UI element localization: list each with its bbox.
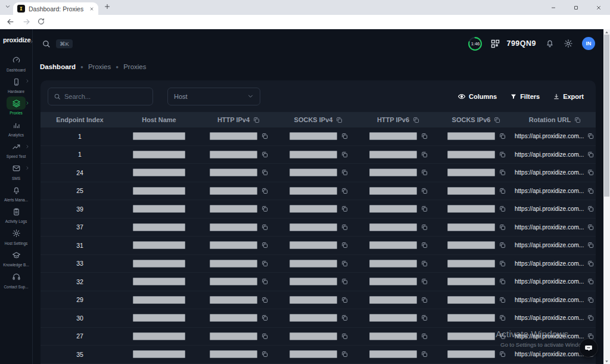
copy-icon[interactable] — [499, 132, 506, 140]
copy-column-icon[interactable] — [412, 116, 420, 124]
copy-icon[interactable] — [341, 151, 348, 158]
sidebar-item-hardware[interactable]: Hardware — [0, 73, 32, 95]
copy-icon[interactable] — [499, 332, 506, 340]
copy-icon[interactable] — [499, 350, 506, 358]
notifications-bell-icon[interactable] — [545, 39, 555, 48]
refresh-icon[interactable] — [37, 17, 45, 26]
window-maximize-button[interactable] — [565, 0, 587, 15]
copy-icon[interactable] — [341, 332, 348, 340]
copy-icon[interactable] — [587, 260, 595, 267]
copy-icon[interactable] — [587, 278, 595, 285]
qr-code-icon[interactable] — [490, 39, 500, 49]
breadcrumb-dashboard[interactable]: Dashboard — [40, 63, 76, 70]
copy-icon[interactable] — [261, 260, 269, 267]
browser-tab[interactable]: Dashboard: Proxies — [13, 2, 98, 15]
table-search-field[interactable] — [48, 88, 153, 105]
sidebar-item-alerts-mana[interactable]: Alerts Mana... — [0, 182, 32, 203]
copy-icon[interactable] — [587, 205, 595, 213]
copy-icon[interactable] — [261, 187, 269, 195]
copy-column-icon[interactable] — [335, 116, 343, 124]
copy-icon[interactable] — [421, 332, 428, 340]
filters-button[interactable]: Filters — [510, 92, 540, 101]
breadcrumb-proxies-2[interactable]: Proxies — [123, 63, 146, 70]
global-search-icon[interactable] — [42, 39, 51, 48]
copy-icon[interactable] — [587, 151, 595, 158]
sidebar-item-knowledge-b[interactable]: Knowledge B... — [0, 247, 32, 269]
copy-icon[interactable] — [421, 296, 428, 304]
tab-search-chevron-icon[interactable] — [5, 4, 11, 10]
copy-icon[interactable] — [421, 132, 428, 140]
copy-icon[interactable] — [421, 260, 428, 267]
copy-icon[interactable] — [499, 260, 506, 267]
copy-icon[interactable] — [499, 151, 506, 158]
copy-icon[interactable] — [499, 169, 506, 176]
copy-icon[interactable] — [587, 187, 595, 195]
search-input[interactable] — [64, 93, 147, 100]
copy-icon[interactable] — [261, 205, 269, 213]
scrollbar-thumb[interactable] — [604, 35, 609, 197]
copy-icon[interactable] — [261, 278, 269, 285]
copy-icon[interactable] — [341, 350, 348, 358]
copy-column-icon[interactable] — [253, 116, 260, 124]
copy-icon[interactable] — [499, 241, 506, 249]
copy-icon[interactable] — [341, 296, 348, 304]
back-icon[interactable] — [6, 17, 15, 26]
copy-icon[interactable] — [341, 241, 348, 249]
copy-icon[interactable] — [261, 296, 269, 304]
copy-icon[interactable] — [499, 223, 506, 231]
copy-icon[interactable] — [261, 169, 269, 176]
copy-icon[interactable] — [587, 132, 595, 140]
settings-gear-icon[interactable] — [564, 39, 573, 48]
search-shortcut-badge[interactable]: ⌘K — [56, 39, 73, 48]
copy-icon[interactable] — [261, 151, 269, 158]
copy-icon[interactable] — [341, 314, 348, 322]
export-button[interactable]: Export — [553, 92, 584, 101]
window-close-button[interactable] — [587, 0, 610, 15]
copy-icon[interactable] — [499, 296, 506, 304]
copy-icon[interactable] — [421, 223, 428, 231]
copy-icon[interactable] — [499, 314, 506, 322]
copy-icon[interactable] — [587, 169, 595, 176]
copy-icon[interactable] — [587, 314, 595, 322]
copy-icon[interactable] — [499, 205, 506, 213]
copy-icon[interactable] — [261, 350, 269, 358]
copy-icon[interactable] — [421, 278, 428, 285]
copy-icon[interactable] — [499, 278, 506, 285]
copy-column-icon[interactable] — [574, 116, 581, 124]
copy-icon[interactable] — [499, 187, 506, 195]
tab-close-icon[interactable] — [89, 7, 94, 11]
copy-icon[interactable] — [587, 296, 595, 304]
sidebar-item-activity-logs[interactable]: Activity Logs — [0, 204, 32, 225]
copy-icon[interactable] — [341, 260, 348, 267]
copy-icon[interactable] — [341, 132, 348, 140]
sidebar-item-analytics[interactable]: Analytics — [0, 117, 32, 138]
copy-icon[interactable] — [421, 314, 428, 322]
scrollbar-down-arrow[interactable] — [603, 358, 610, 364]
copy-icon[interactable] — [341, 187, 348, 195]
user-avatar[interactable]: IN — [582, 37, 595, 50]
copy-icon[interactable] — [341, 205, 348, 213]
copy-icon[interactable] — [587, 241, 595, 249]
sidebar-item-sms[interactable]: SMS — [0, 160, 32, 182]
copy-icon[interactable] — [587, 223, 595, 231]
columns-button[interactable]: Columns — [458, 92, 497, 101]
breadcrumb-proxies[interactable]: Proxies — [88, 63, 111, 70]
forward-icon[interactable] — [22, 17, 31, 26]
copy-column-icon[interactable] — [493, 116, 501, 124]
new-tab-button[interactable] — [104, 3, 111, 10]
copy-icon[interactable] — [421, 151, 428, 158]
copy-icon[interactable] — [421, 169, 428, 176]
sidebar-item-dashboard[interactable]: Dashboard — [0, 52, 32, 73]
copy-icon[interactable] — [421, 241, 428, 249]
copy-icon[interactable] — [341, 169, 348, 176]
copy-icon[interactable] — [421, 350, 428, 358]
copy-icon[interactable] — [341, 223, 348, 231]
copy-icon[interactable] — [261, 132, 269, 140]
window-minimize-button[interactable] — [542, 0, 565, 15]
copy-icon[interactable] — [421, 205, 428, 213]
chat-support-button[interactable] — [580, 339, 597, 357]
copy-icon[interactable] — [261, 241, 269, 249]
copy-icon[interactable] — [341, 278, 348, 285]
copy-icon[interactable] — [261, 332, 269, 340]
copy-icon[interactable] — [261, 223, 269, 231]
